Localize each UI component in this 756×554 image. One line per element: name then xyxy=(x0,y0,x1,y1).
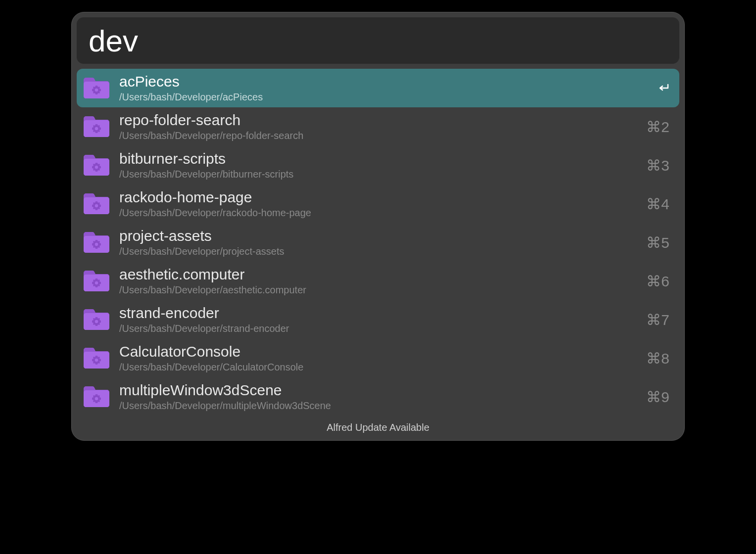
result-title: repo-folder-search xyxy=(119,112,638,128)
folder-icon xyxy=(82,115,111,138)
result-subtitle: /Users/bash/Developer/project-assets xyxy=(119,245,638,258)
result-text: multipleWindow3dScene/Users/bash/Develop… xyxy=(119,382,638,412)
svg-point-7 xyxy=(95,359,98,362)
folder-icon xyxy=(82,192,111,216)
svg-point-2 xyxy=(95,166,98,169)
footer-message[interactable]: Alfred Update Available xyxy=(77,416,679,440)
result-title: acPieces xyxy=(119,73,650,90)
result-text: acPieces/Users/bash/Developer/acPieces xyxy=(119,73,650,103)
result-title: project-assets xyxy=(119,228,638,244)
folder-icon xyxy=(82,346,111,370)
svg-point-6 xyxy=(95,320,98,323)
result-item[interactable]: project-assets/Users/bash/Developer/proj… xyxy=(77,223,679,262)
result-subtitle: /Users/bash/Developer/repo-folder-search xyxy=(119,129,638,142)
shortcut-label: ⌘8 xyxy=(646,350,669,367)
svg-point-1 xyxy=(95,127,98,130)
folder-icon xyxy=(82,76,111,100)
results-list: acPieces/Users/bash/Developer/acPieces r… xyxy=(77,69,679,416)
svg-point-0 xyxy=(95,89,98,92)
result-item[interactable]: multipleWindow3dScene/Users/bash/Develop… xyxy=(77,377,679,416)
result-subtitle: /Users/bash/Developer/CalculatorConsole xyxy=(119,361,638,373)
shortcut-label: ⌘9 xyxy=(646,388,669,406)
result-text: project-assets/Users/bash/Developer/proj… xyxy=(119,228,638,258)
result-item[interactable]: strand-encoder/Users/bash/Developer/stra… xyxy=(77,300,679,339)
shortcut-label: ⌘3 xyxy=(646,157,669,174)
shortcut-label: ⌘2 xyxy=(646,118,669,136)
result-subtitle: /Users/bash/Developer/rackodo-home-page xyxy=(119,206,638,219)
result-item[interactable]: CalculatorConsole/Users/bash/Developer/C… xyxy=(77,339,679,377)
result-text: repo-folder-search/Users/bash/Developer/… xyxy=(119,112,638,142)
result-title: strand-encoder xyxy=(119,305,638,321)
result-text: strand-encoder/Users/bash/Developer/stra… xyxy=(119,305,638,335)
result-title: rackodo-home-page xyxy=(119,189,638,205)
shortcut-label: ⌘7 xyxy=(646,311,669,328)
shortcut-label: ⌘6 xyxy=(646,273,669,290)
result-text: CalculatorConsole/Users/bash/Developer/C… xyxy=(119,343,638,373)
folder-icon xyxy=(82,153,111,177)
svg-point-3 xyxy=(95,204,98,207)
alfred-window: acPieces/Users/bash/Developer/acPieces r… xyxy=(71,12,685,441)
result-item[interactable]: acPieces/Users/bash/Developer/acPieces xyxy=(77,69,679,107)
svg-point-5 xyxy=(95,281,98,284)
shortcut-label: ⌘4 xyxy=(646,195,669,213)
result-item[interactable]: rackodo-home-page/Users/bash/Developer/r… xyxy=(77,185,679,223)
result-subtitle: /Users/bash/Developer/bitburner-scripts xyxy=(119,168,638,181)
result-text: bitburner-scripts/Users/bash/Developer/b… xyxy=(119,150,638,181)
return-icon xyxy=(658,84,669,92)
search-bar[interactable] xyxy=(77,17,679,64)
result-title: bitburner-scripts xyxy=(119,150,638,167)
folder-icon xyxy=(82,308,111,331)
svg-point-4 xyxy=(95,243,98,246)
result-title: aesthetic.computer xyxy=(119,266,638,282)
folder-icon xyxy=(82,231,111,254)
result-text: rackodo-home-page/Users/bash/Developer/r… xyxy=(119,189,638,219)
result-subtitle: /Users/bash/Developer/multipleWindow3dSc… xyxy=(119,399,638,412)
result-text: aesthetic.computer/Users/bash/Developer/… xyxy=(119,266,638,296)
folder-icon xyxy=(82,269,111,293)
result-subtitle: /Users/bash/Developer/aesthetic.computer xyxy=(119,283,638,296)
result-title: CalculatorConsole xyxy=(119,343,638,360)
result-title: multipleWindow3dScene xyxy=(119,382,638,398)
search-input[interactable] xyxy=(89,23,667,58)
folder-icon xyxy=(82,385,111,409)
shortcut-label: ⌘5 xyxy=(646,234,669,251)
result-subtitle: /Users/bash/Developer/strand-encoder xyxy=(119,322,638,335)
result-subtitle: /Users/bash/Developer/acPieces xyxy=(119,91,650,103)
result-item[interactable]: repo-folder-search/Users/bash/Developer/… xyxy=(77,107,679,146)
svg-point-8 xyxy=(95,397,98,400)
result-item[interactable]: bitburner-scripts/Users/bash/Developer/b… xyxy=(77,146,679,185)
result-item[interactable]: aesthetic.computer/Users/bash/Developer/… xyxy=(77,262,679,300)
